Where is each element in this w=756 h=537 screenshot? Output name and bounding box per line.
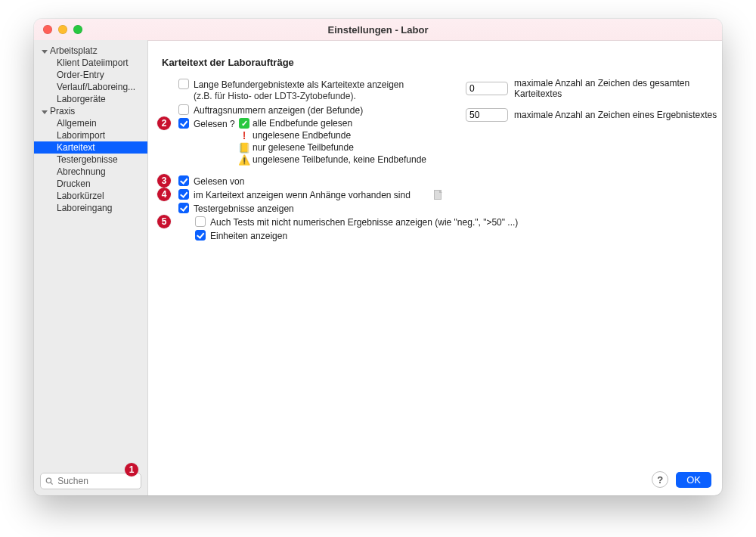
label-anhaenge: im Karteitext anzeigen wenn Anhänge vorh…	[194, 189, 428, 201]
legend-partial-read: nur gelesene Teilbefunde	[253, 142, 354, 153]
sidebar-item-laborimport[interactable]: Laborimport	[34, 129, 147, 141]
legend-all-end-read: alle Endbefunde gelesen	[253, 118, 352, 129]
sidebar-tree: Arbeitsplatz Klient Dateiimport Order-En…	[34, 40, 147, 467]
annotation-2: 2	[157, 116, 171, 130]
label-einheiten: Einheiten anzeigen	[210, 230, 287, 242]
check-green-icon: ✓	[239, 118, 249, 129]
label-auch-nicht-num: Auch Tests mit nicht numerischen Ergebni…	[210, 216, 518, 228]
sublabel-long-results: (z.B. für Histo- oder LDT3-Zytobefunde).	[194, 91, 404, 101]
sidebar-item-order-entry[interactable]: Order-Entry	[34, 69, 147, 81]
checkbox-anhaenge[interactable]	[178, 189, 189, 200]
search-icon	[45, 476, 53, 486]
legend-unread-partial: ungelesene Teilbefunde, keine Endbefunde	[253, 154, 426, 165]
sidebar-item-allgemein[interactable]: Allgemein	[34, 117, 147, 129]
ok-button[interactable]: OK	[676, 472, 711, 488]
sidebar-group-label: Arbeitsplatz	[50, 45, 98, 56]
sidebar-item-verlauf-laboreingang[interactable]: Verlauf/Laboreing...	[34, 81, 147, 93]
sidebar-search[interactable]	[40, 473, 141, 489]
sidebar-group-praxis[interactable]: Praxis	[34, 105, 147, 117]
window-title: Einstellungen - Labor	[34, 24, 722, 36]
warning-icon: ⚠️	[239, 154, 249, 165]
sidebar-item-testergebnisse[interactable]: Testergebnisse	[34, 154, 147, 166]
sidebar-group-label: Praxis	[50, 106, 75, 116]
exclamation-red-icon: !	[239, 130, 249, 141]
checkbox-auch-nicht-num[interactable]	[195, 216, 206, 227]
svg-line-1	[51, 483, 53, 485]
sidebar-item-drucken[interactable]: Drucken	[34, 178, 147, 190]
annotation-4: 4	[157, 188, 171, 201]
sidebar-search-input[interactable]	[56, 475, 136, 487]
chevron-down-icon	[42, 110, 48, 114]
section-title: Karteitext der Laboraufträge	[162, 57, 708, 68]
attachment-page-icon	[432, 189, 443, 200]
titlebar: Einstellungen - Labor	[34, 19, 722, 41]
chevron-down-icon	[42, 50, 48, 54]
help-button[interactable]: ?	[652, 471, 668, 488]
label-testergebnisse: Testergebnisse anzeigen	[194, 203, 294, 215]
checkbox-order-numbers[interactable]	[178, 104, 189, 115]
traffic-lights	[34, 25, 82, 34]
svg-point-0	[46, 478, 51, 483]
input-max-result-chars[interactable]	[466, 108, 508, 122]
checkbox-long-results[interactable]	[178, 79, 189, 89]
label-gelesen-von: Gelesen von	[194, 175, 244, 188]
sidebar-group-arbeitsplatz[interactable]: Arbeitsplatz	[34, 45, 147, 57]
sidebar: Arbeitsplatz Klient Dateiimport Order-En…	[34, 40, 148, 495]
minimize-window-button[interactable]	[58, 25, 67, 34]
checkbox-einheiten[interactable]	[195, 230, 206, 241]
legend-unread-end: ungelesene Endbefunde	[253, 130, 351, 141]
sidebar-item-klient-dateiimport[interactable]: Klient Dateiimport	[34, 57, 147, 69]
annotation-5: 5	[157, 215, 171, 228]
sidebar-item-laborgeraete[interactable]: Laborgeräte	[34, 93, 147, 105]
settings-window: Einstellungen - Labor Arbeitsplatz Klien…	[34, 19, 722, 495]
zoom-window-button[interactable]	[73, 25, 82, 34]
sidebar-item-laboreingang[interactable]: Laboreingang	[34, 202, 147, 214]
sidebar-item-laborkuerzel[interactable]: Laborkürzel	[34, 190, 147, 202]
note-yellow-icon: 📒	[239, 142, 249, 153]
sidebar-item-abrechnung[interactable]: Abrechnung	[34, 166, 147, 178]
checkbox-testergebnisse[interactable]	[178, 203, 189, 213]
label-long-results: Lange Befundergebnistexte als Karteitext…	[194, 79, 404, 91]
input-max-total-chars[interactable]	[466, 82, 508, 95]
close-window-button[interactable]	[43, 25, 52, 34]
annotation-1: 1	[125, 463, 138, 476]
sidebar-item-karteitext[interactable]: Karteitext	[34, 141, 147, 154]
label-order-numbers: Auftragsnummern anzeigen (der Befunde)	[194, 104, 363, 116]
annotation-3: 3	[157, 174, 171, 188]
content-pane: Karteitext der Laboraufträge Lange Befun…	[148, 40, 722, 495]
label-gelesen: Gelesen ?	[194, 118, 239, 130]
label-max-total-chars: maximale Anzahl an Zeichen des gesamten …	[514, 78, 722, 99]
label-max-result-chars: maximale Anzahl an Zeichen eines Ergebni…	[514, 110, 717, 120]
checkbox-gelesen-von[interactable]	[178, 175, 189, 186]
checkbox-gelesen[interactable]	[178, 118, 189, 129]
